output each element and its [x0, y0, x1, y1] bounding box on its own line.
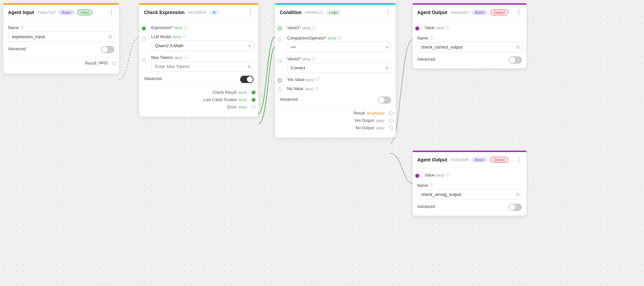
- max-tokens-type: (any): [174, 56, 182, 60]
- agent-input-menu[interactable]: ⋮: [108, 9, 114, 16]
- agent-output-2-title: Agent Output: [417, 157, 447, 162]
- last-cards-dot[interactable]: [252, 98, 256, 102]
- name-input[interactable]: [8, 31, 114, 42]
- result-output-row: Result (any): [8, 60, 114, 66]
- ao1-name-input[interactable]: [417, 42, 522, 52]
- error-dot[interactable]: [252, 105, 256, 109]
- result-label-cond: Result: [353, 111, 365, 116]
- comp-op-select[interactable]: ==: [287, 42, 391, 52]
- ao1-advanced-row: Advanced: [417, 56, 522, 64]
- yes-output-row: Yes Output (any): [280, 118, 391, 123]
- comp-op-dot: [278, 38, 282, 42]
- expression-type: (text): [174, 26, 182, 30]
- no-value-input-dot[interactable]: [278, 87, 282, 91]
- ao1-advanced-label: Advanced: [417, 57, 435, 62]
- value1-type: (any): [302, 26, 311, 30]
- llm-field-row: LLM Model (text) ⓘ Qwen2.5-Math ▾: [144, 34, 254, 51]
- value2-input[interactable]: [287, 63, 391, 73]
- yes-value-input-dot[interactable]: [278, 78, 282, 82]
- condition-title: Condition: [280, 10, 302, 15]
- ao2-name-info[interactable]: ⓘ: [429, 183, 433, 188]
- value2-label: Value2* (any) ⓘ: [287, 56, 391, 61]
- result-dot-cond[interactable]: [389, 111, 393, 115]
- max-tokens-info[interactable]: ⓘ: [184, 55, 187, 60]
- ao1-advanced-toggle[interactable]: [508, 56, 522, 64]
- badge-ai: AI: [209, 10, 219, 15]
- ao2-name-icon: ⧉: [516, 192, 519, 197]
- llm-type: (text): [172, 35, 181, 39]
- ao2-name-input-wrapper: ⧉: [417, 189, 522, 200]
- llm-select[interactable]: Qwen2.5-Math: [151, 41, 254, 51]
- last-cards-label: Last Cards Posted: [203, 97, 236, 102]
- expression-input-row: Expression* (text) ⓘ: [144, 25, 254, 31]
- agent-input-header: Agent Input #5a6e75a7 Basic Input ⋮: [3, 5, 119, 20]
- ao1-value-info[interactable]: ⓘ: [446, 25, 449, 30]
- comp-op-label: ComparisonOperator* (text) ⓘ: [287, 35, 391, 41]
- agent-output-1-header: Agent Output #e6ab92b1 Basic Output ⋮: [413, 5, 527, 20]
- no-value-info[interactable]: ⓘ: [315, 86, 318, 91]
- yes-value-row: Yes Value (any) ⓘ: [280, 77, 391, 83]
- ao2-value-info[interactable]: ⓘ: [446, 172, 449, 177]
- advanced-toggle-1[interactable]: [101, 46, 114, 53]
- ao2-name-input[interactable]: [417, 189, 522, 200]
- ao2-value-label: Value (any) ⓘ: [425, 172, 449, 177]
- yes-output-dot[interactable]: [389, 119, 393, 123]
- condition-menu[interactable]: ⋮: [385, 9, 391, 16]
- badge-output-1: Output: [490, 9, 508, 15]
- last-cards-output-row: Last Cards Posted (text): [144, 97, 254, 102]
- result-output-dot[interactable]: [112, 61, 116, 65]
- result-output-row-cond: Result (true/false): [280, 111, 391, 116]
- expression-info[interactable]: ⓘ: [184, 25, 187, 30]
- max-tokens-input[interactable]: [151, 61, 254, 72]
- agent-output-2-id: #532c0b86: [450, 158, 469, 162]
- ao1-name-icon: ⧉: [516, 45, 519, 50]
- name-field-row: Name ⓘ ⧉: [8, 25, 114, 42]
- comp-op-info[interactable]: ⓘ: [337, 35, 341, 41]
- ao1-value-type: (any): [436, 26, 444, 30]
- check-result-dot[interactable]: [252, 90, 256, 94]
- yes-value-label: Yes Value (any) ⓘ: [287, 77, 320, 82]
- agent-output-1-title: Agent Output: [417, 10, 447, 15]
- value2-info[interactable]: ⓘ: [312, 56, 316, 61]
- no-value-row: No Value (any) ⓘ: [280, 86, 391, 92]
- ao2-advanced-toggle[interactable]: [508, 204, 522, 211]
- check-expression-menu[interactable]: ⋮: [248, 9, 254, 16]
- yes-value-info[interactable]: ⓘ: [316, 77, 320, 82]
- no-value-type: (any): [305, 87, 313, 91]
- value2-field-row: Value2* (any) ⓘ ⧉: [280, 56, 391, 73]
- value1-info[interactable]: ⓘ: [312, 25, 316, 30]
- yes-value-type: (any): [306, 78, 315, 82]
- agent-output-1-body: Value (any) ⓘ Name ⓘ ⧉ Advanced: [413, 20, 527, 68]
- agent-output-1-node: Agent Output #e6ab92b1 Basic Output ⋮ Va…: [413, 3, 527, 68]
- agent-output-1-menu[interactable]: ⋮: [516, 9, 522, 16]
- advanced-toggle-2[interactable]: [240, 76, 254, 83]
- expression-input-dot[interactable]: [142, 26, 146, 30]
- agent-output-2-node: Agent Output #532c0b86 Basic Output ⋮ Va…: [413, 151, 527, 216]
- llm-info[interactable]: ⓘ: [182, 34, 186, 39]
- no-output-dot[interactable]: [389, 126, 393, 130]
- value1-input-dot[interactable]: [278, 26, 282, 30]
- ao2-value-type: (any): [436, 173, 444, 177]
- name-info-icon[interactable]: ⓘ: [20, 25, 24, 30]
- ao2-value-input-dot[interactable]: [415, 174, 419, 178]
- condition-body: Value1* (any) ⓘ ComparisonOperator* (tex…: [275, 20, 396, 138]
- advanced-label-1: Advanced: [8, 47, 26, 51]
- ao1-value-input-dot[interactable]: [415, 26, 419, 30]
- badge-basic-3: Basic: [472, 157, 487, 162]
- no-value-label: No Value (any) ⓘ: [287, 86, 318, 91]
- badge-basic-2: Basic: [472, 10, 487, 15]
- advanced-toggle-3[interactable]: [378, 96, 391, 104]
- ao1-name-field-row: Name ⓘ ⧉: [417, 35, 522, 52]
- yes-output-type: (any): [376, 119, 384, 123]
- agent-input-body: Name ⓘ ⧉ Advanced Result (any): [3, 20, 119, 74]
- ao1-name-info[interactable]: ⓘ: [429, 35, 433, 41]
- max-tokens-field-row: Max Tokens (any) ⓘ ⧉: [144, 55, 254, 72]
- check-result-output-row: Check Result (text): [144, 90, 254, 95]
- max-tokens-radio-dot: [142, 58, 146, 62]
- agent-output-2-menu[interactable]: ⋮: [516, 156, 522, 163]
- value2-input-wrapper: ⧉: [287, 63, 391, 73]
- max-tokens-label: Max Tokens (any) ⓘ: [151, 55, 254, 60]
- result-label: Result: [85, 61, 97, 66]
- error-label: Error: [227, 105, 236, 110]
- no-output-type: (any): [376, 126, 384, 130]
